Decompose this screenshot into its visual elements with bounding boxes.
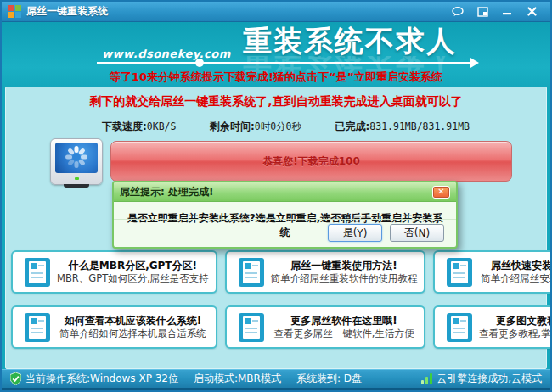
no-button[interactable]: 否(N)	[390, 224, 444, 242]
monitor-screen	[55, 143, 98, 173]
tile-subtitle: 简单介绍如何选择本机最合适系统	[59, 328, 206, 339]
window-title: 屌丝一键重装系统	[26, 4, 108, 19]
signal-bars-icon	[421, 373, 432, 384]
power-led	[75, 177, 79, 180]
tile-title: 更多屌丝软件在这里哦!	[290, 315, 397, 328]
document-icon	[25, 258, 50, 287]
tile-subtitle: MBR、GPT如何区分,屌丝是否支持	[57, 272, 209, 284]
document-icon	[447, 258, 472, 287]
status-install-target: 系统装到: D盘	[296, 372, 362, 386]
download-progress-bar: 恭喜您!下载完成100	[110, 141, 512, 182]
tile-title: 屌丝快速安装多系统方法!	[491, 260, 552, 272]
shield-icon	[10, 372, 21, 385]
stat-remaining-time: 剩余时间:0时0分0秒	[210, 120, 301, 134]
status-cloud-text: 云引擎连接成功,云模式	[437, 372, 542, 386]
app-logo-icon	[8, 5, 21, 18]
stat-completed: 已完成:831.91MB/831.91MB	[335, 120, 470, 134]
window-titlebar: 屌丝一键重装系统	[2, 2, 550, 22]
tile-mbr-gpt[interactable]: 什么是MBR分区,GPT分区! MBR、GPT如何区分,屌丝是否支持	[11, 250, 217, 294]
document-icon	[25, 313, 50, 342]
help-tiles-grid: 什么是MBR分区,GPT分区! MBR、GPT如何区分,屌丝是否支持 屌丝一键重…	[11, 250, 541, 349]
window-controls	[449, 5, 544, 19]
tile-subtitle: 查看更多教程,掌控更多安装方法	[479, 328, 552, 339]
tile-title: 更多图文教程在这里哦!	[496, 315, 552, 328]
yes-button[interactable]: 是(Y)	[328, 224, 382, 242]
document-icon	[239, 313, 264, 342]
status-target-text: 系统装到: D盘	[296, 372, 362, 386]
dialog-process-complete: 屌丝提示: 处理完成! ✕ 是否立即重启并安装此系统?选是立即重启,选否稍后手动…	[112, 181, 458, 249]
minimize-button[interactable]	[498, 5, 515, 19]
tile-title: 什么是MBR分区,GPT分区!	[69, 260, 197, 272]
completed-value: 831.91MB/831.91MB	[369, 120, 470, 132]
download-speed-value: 0KB/S	[147, 120, 177, 132]
remaining-time-label: 剩余时间:	[210, 120, 255, 132]
download-speed-label: 下载速度:	[102, 120, 147, 132]
feedback-button[interactable]	[449, 5, 466, 19]
dialog-buttons: 是(Y) 否(N)	[114, 219, 456, 242]
close-icon	[527, 7, 537, 16]
tile-subtitle: 简单介绍屌丝安装多系统的教程	[481, 272, 552, 284]
status-os-text: 当前操作系统:Windows XP 32位	[25, 372, 178, 386]
status-boot-text: 启动模式:MBR模式	[194, 372, 281, 386]
document-icon	[239, 258, 264, 287]
instruction-line-2: 剩下的就交给屌丝一键重装系统了,直到自动重装完成进入桌面就可以了	[2, 94, 550, 109]
close-icon: ✕	[437, 188, 444, 196]
status-bar: 当前操作系统:Windows XP 32位 启动模式:MBR模式 系统装到: D…	[2, 369, 550, 390]
status-os: 当前操作系统:Windows XP 32位	[10, 372, 178, 386]
tile-subtitle: 查看更多屌丝一键软件,生活方便	[274, 328, 414, 339]
tile-title: 屌丝一键重装使用方法!	[290, 260, 397, 272]
tile-more-tutorials[interactable]: 更多图文教程在这里哦! 查看更多教程,掌控更多安装方法	[433, 305, 552, 349]
stat-download-speed: 下载速度:0KB/S	[102, 120, 176, 134]
completed-label: 已完成:	[335, 120, 369, 132]
download-stats-row: 下载速度:0KB/S 剩余时间:0时0分0秒 已完成:831.91MB/831.…	[102, 120, 470, 134]
skin-button[interactable]	[474, 5, 491, 19]
status-cloud: 云引擎连接成功,云模式	[421, 372, 542, 386]
tile-multi-system[interactable]: 屌丝快速安装多系统方法! 简单介绍屌丝安装多系统的教程	[433, 250, 552, 294]
progress-text: 恭喜您!下载完成100	[262, 154, 360, 169]
close-button[interactable]	[523, 5, 540, 19]
computer-monitor-icon	[50, 138, 103, 185]
monitor-stand	[64, 184, 89, 188]
tile-more-software[interactable]: 更多屌丝软件在这里哦! 查看更多屌丝一键软件,生活方便	[225, 305, 426, 349]
tile-subtitle: 简单介绍屌丝重装软件的使用教程	[271, 272, 418, 284]
tile-usage-guide[interactable]: 屌丝一键重装使用方法! 简单介绍屌丝重装软件的使用教程	[225, 250, 426, 294]
line-dot	[195, 59, 204, 67]
instruction-line-1: 等了10来分钟系统提示下载完成!猛的点击下“是”立即重启安装系统	[2, 70, 550, 85]
document-icon	[447, 313, 472, 342]
feedback-bubble-icon	[452, 7, 464, 17]
banner-arrow-line	[97, 62, 477, 64]
minimize-icon	[502, 8, 512, 16]
dialog-titlebar: 屌丝提示: 处理完成! ✕	[114, 182, 456, 202]
status-boot-mode: 启动模式:MBR模式	[194, 372, 281, 386]
tile-choose-system[interactable]: 如何查看本机应该装什么系统! 简单介绍如何选择本机最合适系统	[11, 305, 217, 349]
tile-title: 如何查看本机应该装什么系统!	[65, 315, 201, 328]
loading-spinner-icon	[55, 143, 98, 173]
dialog-close-button[interactable]: ✕	[432, 186, 450, 199]
app-window: 屌丝一键重装系统	[0, 0, 552, 392]
dialog-title: 屌丝提示: 处理完成!	[120, 185, 213, 199]
arrow-right-icon	[470, 58, 479, 68]
skin-window-icon	[477, 7, 488, 17]
remaining-time-value: 0时0分0秒	[255, 120, 301, 132]
